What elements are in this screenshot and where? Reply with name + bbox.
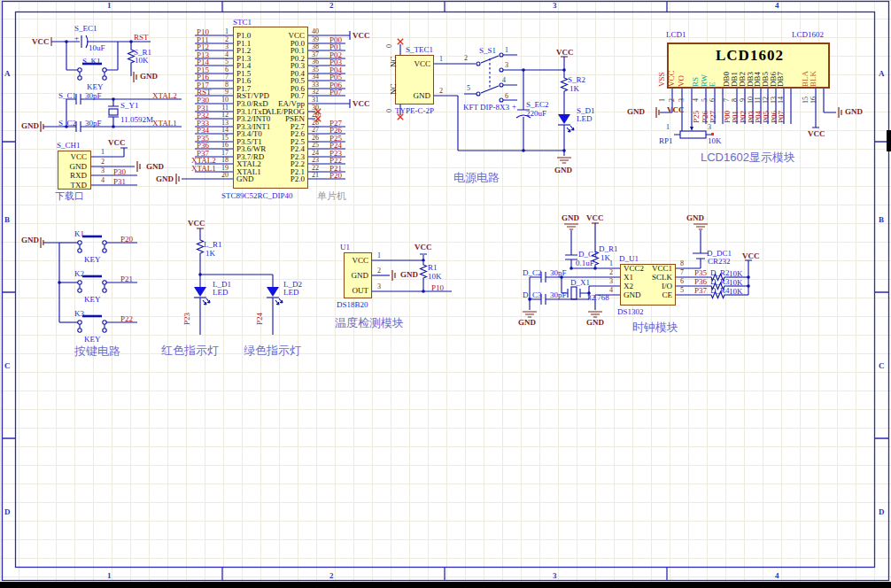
s-ec1-val[interactable]: 10uF bbox=[89, 43, 105, 52]
red-vcc[interactable]: VCC bbox=[667, 70, 676, 87]
net-p27[interactable]: P27 bbox=[709, 111, 717, 123]
net-p24-led[interactable]: P24 bbox=[255, 313, 264, 325]
vcc-port-lcd[interactable]: VCC bbox=[667, 105, 685, 114]
d-c2-val[interactable]: 30pF bbox=[550, 268, 567, 277]
s-ec2-plus[interactable]: + bbox=[512, 102, 516, 111]
k3-val[interactable]: KEY bbox=[84, 335, 101, 344]
s-tec1-des[interactable]: S_TEC1 bbox=[406, 45, 433, 54]
net-rst[interactable]: RST bbox=[134, 33, 149, 42]
gnd-port-clk2[interactable]: GND bbox=[586, 318, 604, 327]
k2-des[interactable]: K2 bbox=[74, 269, 84, 278]
s-c1-des[interactable]: S_C1 bbox=[58, 91, 76, 100]
net-p25[interactable]: P25 bbox=[692, 111, 701, 123]
gnd-port-lcd-vss[interactable]: GND bbox=[627, 107, 645, 116]
caption-green-led[interactable]: 绿色指示灯 bbox=[244, 346, 301, 355]
org-blk[interactable]: BLK bbox=[809, 71, 817, 87]
gnd-port-xtal[interactable]: GND bbox=[21, 121, 39, 130]
vcc-port-power[interactable]: VCC bbox=[556, 48, 574, 57]
s-ch1-des[interactable]: S_CH1 bbox=[57, 141, 81, 150]
rp1-val[interactable]: 10K bbox=[708, 136, 722, 145]
bottom-scroll-edge[interactable] bbox=[0, 582, 891, 588]
caption-lcd[interactable]: LCD1602显示模块 bbox=[701, 153, 795, 162]
net-p10-temp[interactable]: P10 bbox=[431, 283, 444, 292]
d-r3-val[interactable]: 10K bbox=[729, 278, 743, 287]
s-y1-val[interactable]: 11.0592M bbox=[120, 115, 153, 124]
d-x1-val[interactable]: 32.768 bbox=[587, 293, 609, 302]
net-p31-ch1[interactable]: P31 bbox=[113, 177, 126, 186]
lcd-title[interactable]: LCD1602 bbox=[716, 47, 784, 65]
d-u1-des[interactable]: D_U1 bbox=[619, 254, 639, 263]
gnd-port-reset[interactable]: GND bbox=[140, 72, 158, 81]
rp1-des[interactable]: RP1 bbox=[659, 136, 673, 145]
net-p22[interactable]: P22 bbox=[120, 314, 133, 323]
red-vo[interactable]: VO bbox=[677, 75, 686, 87]
vcc-port-temp[interactable]: VCC bbox=[415, 243, 432, 251]
net-xtal1[interactable]: XTAL1 bbox=[152, 119, 177, 128]
lcd1-libref[interactable]: LCD1602 bbox=[792, 30, 824, 39]
cyan-e[interactable]: E bbox=[708, 82, 717, 88]
caption-red-led[interactable]: 红色指示灯 bbox=[161, 346, 219, 355]
d-r3-des[interactable]: D_R3 bbox=[710, 277, 730, 286]
net-p36-clk[interactable]: P36 bbox=[694, 277, 707, 286]
caption-download-port[interactable]: 下载口 bbox=[55, 191, 84, 200]
net-p07[interactable]: P07 bbox=[329, 88, 342, 97]
s-r2-des[interactable]: S_R2 bbox=[568, 75, 585, 84]
u1-val[interactable]: DS18B20 bbox=[337, 300, 368, 309]
l-d2-val[interactable]: LED bbox=[283, 288, 299, 297]
net-p37-clk[interactable]: P37 bbox=[694, 286, 707, 295]
s-ec2-val[interactable]: 220uF bbox=[526, 109, 546, 118]
net-p35-clk[interactable]: P35 bbox=[694, 268, 707, 277]
net-p20[interactable]: P20 bbox=[329, 171, 342, 180]
s-r2-val[interactable]: 1K bbox=[569, 84, 579, 93]
s-ec1-plus[interactable]: + bbox=[74, 34, 79, 43]
net-p20[interactable]: P20 bbox=[120, 235, 133, 244]
vcc-port-led[interactable]: VCC bbox=[188, 219, 205, 228]
s-ec1-des[interactable]: S_EC1 bbox=[74, 24, 97, 33]
k1-des[interactable]: K1 bbox=[74, 229, 84, 238]
gnd-port-bat[interactable]: GND bbox=[686, 213, 704, 222]
s-c1-val[interactable]: 30pF bbox=[85, 91, 102, 100]
s-s1-des[interactable]: S_S1 bbox=[479, 46, 496, 55]
gnd-port-dc1[interactable]: GND bbox=[562, 213, 579, 222]
vcc-port-ch1[interactable]: VCC bbox=[108, 138, 126, 147]
vcc-port-bla[interactable]: VCC bbox=[808, 129, 825, 138]
d-r1-des[interactable]: D_R1 bbox=[599, 244, 618, 253]
s-c2-des[interactable]: S_C2 bbox=[58, 119, 76, 128]
d-c2-des[interactable]: D_C2 bbox=[523, 268, 542, 277]
stc1-des[interactable]: STC1 bbox=[233, 18, 252, 27]
d-c1-des[interactable]: D_C1 bbox=[578, 250, 598, 259]
s-d1-val[interactable]: LED bbox=[577, 114, 593, 123]
vcc-port-stc31[interactable]: VCC bbox=[353, 99, 370, 108]
l-d1-val[interactable]: LED bbox=[213, 288, 229, 297]
s-tec1-val[interactable]: TYPE-C-2P bbox=[395, 106, 434, 115]
net-p23-led[interactable]: P23 bbox=[182, 313, 191, 325]
s-k1-val[interactable]: KEY bbox=[87, 82, 104, 91]
gnd-port-keys[interactable]: GND bbox=[21, 236, 39, 244]
net-p07[interactable]: P07 bbox=[777, 111, 786, 123]
d-u1-val[interactable]: DS1302 bbox=[617, 307, 644, 316]
caption-clock[interactable]: 时钟模块 bbox=[632, 323, 678, 332]
d-c3-val[interactable]: 30pF bbox=[550, 290, 567, 299]
s-k1-des[interactable]: S_K1 bbox=[82, 57, 101, 66]
s-s1-val[interactable]: KFT DIP-8X3 bbox=[463, 103, 509, 112]
r1-val[interactable]: 10K bbox=[428, 272, 442, 281]
caption-temp[interactable]: 温度检测模块 bbox=[335, 319, 404, 328]
red-vss[interactable]: VSS bbox=[657, 72, 666, 87]
net-p21[interactable]: P21 bbox=[120, 275, 133, 283]
cyan-rs[interactable]: RS bbox=[691, 77, 700, 87]
stc1-val[interactable]: STC89C52RC_DIP40 bbox=[221, 191, 293, 200]
s-y1-des[interactable]: S_Y1 bbox=[120, 101, 139, 110]
s-ec2-des[interactable]: S_EC2 bbox=[526, 100, 549, 109]
s-r1-val[interactable]: 10K bbox=[135, 56, 149, 65]
net-xtal1[interactable]: XTAL1 bbox=[191, 164, 216, 173]
k3-des[interactable]: K3 bbox=[74, 309, 84, 318]
u1-des[interactable]: U1 bbox=[340, 243, 350, 251]
d-dc1-val[interactable]: CR232 bbox=[708, 257, 731, 266]
vcc-port-reset[interactable]: VCC bbox=[32, 37, 50, 46]
net-xtal2[interactable]: XTAL2 bbox=[152, 91, 177, 100]
lcd1-des[interactable]: LCD1 bbox=[666, 30, 686, 39]
d-r2-val[interactable]: 10K bbox=[729, 269, 743, 278]
caption-power[interactable]: 电源电路 bbox=[453, 174, 500, 182]
gnd-port-temp[interactable]: GND bbox=[400, 270, 418, 279]
gnd-port-blk[interactable]: GND bbox=[845, 107, 863, 116]
